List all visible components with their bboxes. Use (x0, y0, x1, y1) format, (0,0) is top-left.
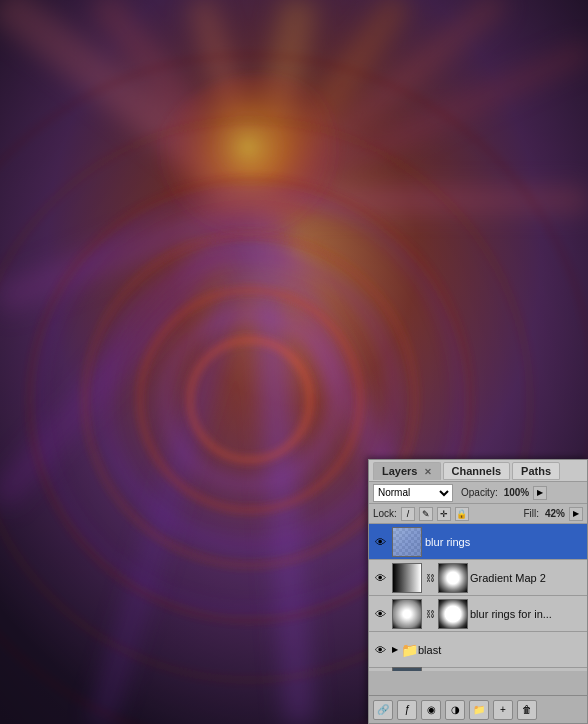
layer-mask-blur-rings-for-in (438, 599, 468, 629)
layer-thumb-blur-rings (392, 527, 422, 557)
layers-tab-close[interactable]: ✕ (424, 467, 432, 477)
visibility-icon-gradient-map-2[interactable]: 👁 (371, 569, 389, 587)
link-layers-button[interactable]: 🔗 (373, 700, 393, 720)
new-layer-button[interactable]: + (493, 700, 513, 720)
tab-layers[interactable]: Layers ✕ (373, 462, 441, 480)
layer-row-blur-rings-for-in[interactable]: 👁 ⛓ blur rings for in... (369, 596, 587, 632)
folder-icon-blast: 📁 (401, 642, 418, 658)
lock-transparent-button[interactable]: / (401, 507, 415, 521)
chain-link-gradient-map: ⛓ (426, 573, 435, 583)
layers-list: 👁 blur rings 👁 ⛓ Gradient Map 2 👁 ⛓ (369, 524, 587, 671)
group-button[interactable]: 📁 (469, 700, 489, 720)
layer-name-blast: blast (418, 644, 585, 656)
visibility-icon-blur-rings-for-in[interactable]: 👁 (371, 605, 389, 623)
add-mask-button[interactable]: ◉ (421, 700, 441, 720)
layer-row-blast[interactable]: 👁 ▶ 📁 blast (369, 632, 587, 668)
layer-name-blur-rings: blur rings (425, 536, 585, 548)
fill-value: 42% (545, 508, 565, 519)
tab-paths[interactable]: Paths (512, 462, 560, 480)
layers-toolbar: 🔗 ƒ ◉ ◑ 📁 + 🗑 (369, 695, 587, 723)
visibility-icon-blur-rings[interactable]: 👁 (371, 533, 389, 551)
layers-panel: Layers ✕ Channels Paths Normal Dissolve … (368, 459, 588, 724)
layer-row-layer-0[interactable]: 👁 Layer 0 (369, 668, 587, 671)
layer-style-button[interactable]: ƒ (397, 700, 417, 720)
lock-label: Lock: (373, 508, 397, 519)
layer-thumb-gradient-map-2 (392, 563, 422, 593)
layer-row-gradient-map-2[interactable]: 👁 ⛓ Gradient Map 2 (369, 560, 587, 596)
panel-tab-bar: Layers ✕ Channels Paths (369, 460, 587, 482)
delete-layer-button[interactable]: 🗑 (517, 700, 537, 720)
layer-name-blur-rings-for-in: blur rings for in... (470, 608, 585, 620)
layer-name-gradient-map-2: Gradient Map 2 (470, 572, 585, 584)
lock-move-button[interactable]: ✛ (437, 507, 451, 521)
lock-image-button[interactable]: ✎ (419, 507, 433, 521)
opacity-label: Opacity: (461, 487, 498, 498)
lock-fill-row: Lock: / ✎ ✛ 🔒 Fill: 42% ▶ (369, 504, 587, 524)
layer-row-blur-rings[interactable]: 👁 blur rings (369, 524, 587, 560)
fill-label: Fill: (523, 508, 539, 519)
layer-thumb-blur-rings-for-in (392, 599, 422, 629)
adjustment-button[interactable]: ◑ (445, 700, 465, 720)
expand-blast-icon[interactable]: ▶ (389, 644, 401, 656)
blend-mode-select[interactable]: Normal Dissolve Multiply Screen Overlay (373, 484, 453, 502)
fill-arrow-button[interactable]: ▶ (569, 507, 583, 521)
tab-channels[interactable]: Channels (443, 462, 511, 480)
blend-opacity-row: Normal Dissolve Multiply Screen Overlay … (369, 482, 587, 504)
opacity-arrow-button[interactable]: ▶ (533, 486, 547, 500)
opacity-value: 100% (504, 487, 530, 498)
chain-link-blur-rings-for-in: ⛓ (426, 609, 435, 619)
layer-mask-gradient-map-2 (438, 563, 468, 593)
visibility-icon-blast[interactable]: 👁 (371, 641, 389, 659)
lock-all-button[interactable]: 🔒 (455, 507, 469, 521)
layer-thumb-layer-0 (392, 667, 422, 672)
